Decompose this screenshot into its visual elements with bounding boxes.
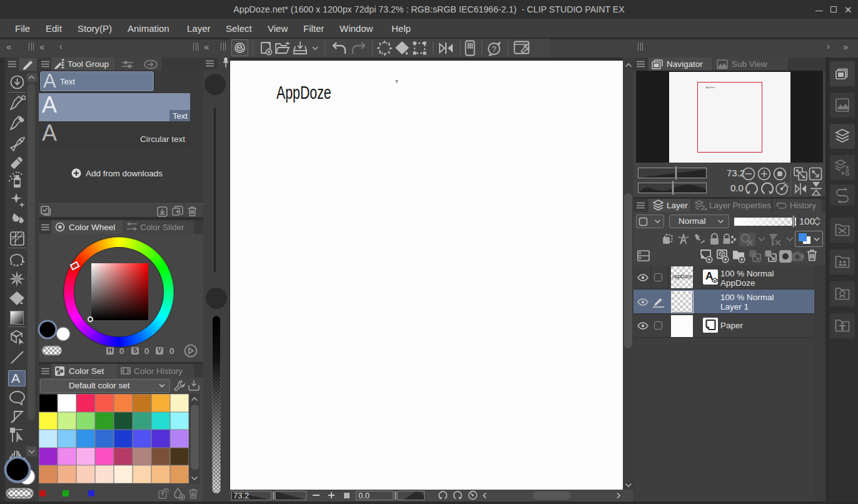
svg-text:?: ? — [492, 44, 497, 54]
